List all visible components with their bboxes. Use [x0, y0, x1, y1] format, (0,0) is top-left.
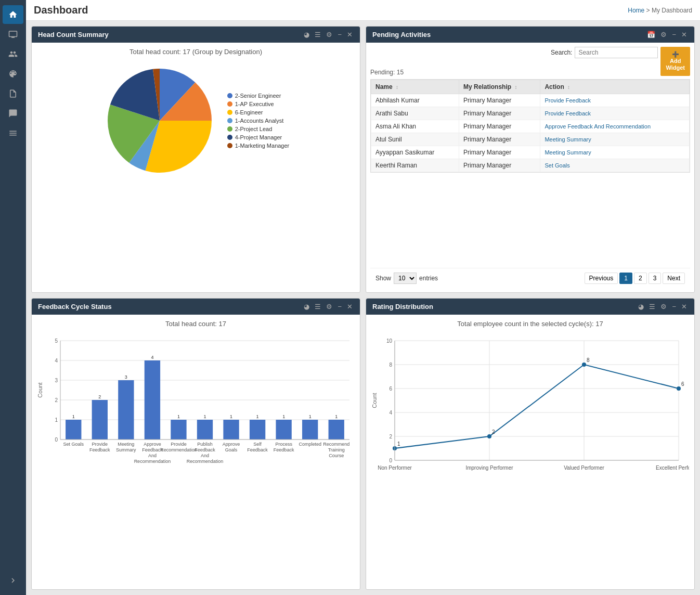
widget-rating-title: Rating Distribution [372, 303, 433, 311]
svg-point-82 [582, 363, 586, 367]
cell-action: Approve Feedback And Recommendation [540, 120, 690, 133]
feedback-table-btn[interactable]: ☰ [314, 303, 322, 311]
search-label: Search: [551, 49, 572, 56]
close-btn[interactable]: ✕ [346, 31, 354, 38]
svg-rect-39 [223, 420, 239, 439]
svg-text:2: 2 [389, 434, 392, 439]
svg-text:6: 6 [681, 381, 684, 387]
breadcrumb-home[interactable]: Home [628, 7, 644, 14]
feedback-chart-btn[interactable]: ◕ [303, 303, 310, 311]
legend-item-1: 1-AP Executive [227, 101, 290, 107]
search-input[interactable] [575, 47, 658, 58]
cell-name: Arathi Sabu [371, 107, 459, 120]
sidebar-item-home[interactable] [3, 5, 23, 24]
name-sort-icon: ↕ [396, 84, 398, 90]
widget-head-count-header: Head Count Summary ◕ ☰ ⚙ − ✕ [32, 27, 360, 43]
rating-table-btn[interactable]: ☰ [648, 303, 656, 311]
sidebar-item-palette[interactable] [3, 64, 23, 83]
action-link[interactable]: Meeting Summary [545, 136, 591, 143]
sidebar-item-monitor[interactable] [3, 25, 23, 44]
topbar: Dashboard Home > My Dashboard [26, 0, 700, 21]
settings-icon-btn[interactable]: ⚙ [325, 31, 333, 38]
next-button[interactable]: Next [663, 273, 685, 284]
rating-close-btn[interactable]: ✕ [680, 303, 688, 311]
svg-text:0: 0 [55, 437, 58, 443]
rating-chart-btn[interactable]: ◕ [637, 303, 645, 311]
svg-text:10: 10 [386, 338, 393, 344]
widget-head-count-controls: ◕ ☰ ⚙ − ✕ [303, 31, 354, 38]
action-link[interactable]: Provide Feedback [545, 97, 591, 104]
legend-item-0: 2-Senior Engineer [227, 93, 290, 99]
page-btn-2[interactable]: 2 [634, 273, 647, 284]
sidebar-item-list[interactable] [3, 124, 23, 143]
main-content: Dashboard Home > My Dashboard Head Count… [26, 0, 700, 595]
pending-calendar-icon-btn[interactable]: 📅 [646, 31, 656, 38]
add-widget-label: Add Widget [666, 58, 685, 71]
legend-item-2: 6-Engineer [227, 109, 290, 115]
widget-feedback-body: Total head count: 17 0123451Set Goals2Pr… [32, 315, 360, 589]
action-link[interactable]: Set Goals [545, 162, 569, 169]
col-name[interactable]: Name ↕ [371, 80, 459, 94]
svg-text:4: 4 [151, 355, 153, 360]
page-btn-3[interactable]: 3 [649, 273, 662, 284]
entries-select[interactable]: 10 25 50 [394, 273, 417, 284]
svg-text:Approve: Approve [144, 442, 161, 447]
svg-text:Feedback: Feedback [89, 447, 110, 452]
pending-minimize-btn[interactable]: − [671, 31, 677, 38]
table-icon-btn[interactable]: ☰ [314, 31, 322, 38]
legend-item-4: 2-Project Lead [227, 126, 290, 132]
pending-search-row: Search: ➕Add Widget [551, 47, 690, 76]
action-link[interactable]: Provide Feedback [545, 110, 591, 117]
widget-feedback-title: Feedback Cycle Status [38, 303, 112, 311]
svg-text:Excellent Performer: Excellent Performer [656, 465, 689, 471]
svg-text:Feedback: Feedback [274, 447, 294, 452]
svg-text:Count: Count [371, 393, 378, 408]
legend-label-0: 2-Senior Engineer [235, 93, 281, 99]
svg-text:Count: Count [37, 383, 43, 398]
svg-text:Approve: Approve [223, 442, 240, 447]
svg-text:2: 2 [492, 429, 495, 435]
svg-text:Recommendation: Recommendation [187, 459, 224, 464]
dashboard-grid: Head Count Summary ◕ ☰ ⚙ − ✕ Total head … [26, 21, 700, 595]
pending-settings-icon-btn[interactable]: ⚙ [659, 31, 668, 38]
svg-rect-15 [92, 400, 108, 439]
add-widget-button[interactable]: ➕Add Widget [660, 47, 690, 76]
sidebar-item-chat[interactable] [3, 104, 23, 123]
pending-table-scroll[interactable]: Name ↕ My Relationship ↕ Action [370, 79, 690, 173]
line-chart-area: 02468101286Non PerformerImproving Perfor… [371, 330, 689, 491]
svg-text:Meeting: Meeting [118, 442, 134, 447]
sidebar-item-expand[interactable] [3, 571, 23, 590]
col-relationship[interactable]: My Relationship ↕ [459, 80, 540, 94]
action-link[interactable]: Meeting Summary [545, 149, 591, 156]
legend-label-4: 2-Project Lead [235, 126, 273, 132]
prev-button[interactable]: Previous [585, 273, 618, 284]
svg-text:Completed: Completed [299, 442, 321, 447]
pending-close-btn[interactable]: ✕ [680, 31, 688, 38]
legend-item-5: 4-Project Manager [227, 134, 290, 140]
action-link[interactable]: Approve Feedback And Recommendation [545, 123, 651, 130]
rating-minimize-btn[interactable]: − [671, 303, 677, 311]
cell-action: Meeting Summary [540, 146, 690, 159]
feedback-close-btn[interactable]: ✕ [346, 303, 354, 311]
svg-text:Self: Self [253, 442, 262, 447]
breadcrumb-current: My Dashboard [652, 7, 692, 14]
sidebar-item-users[interactable] [3, 45, 23, 63]
svg-rect-23 [145, 360, 160, 439]
pie-chart-container: 2-Senior Engineer 1-AP Executive 6-Engin… [37, 58, 355, 183]
page-btn-1[interactable]: 1 [619, 273, 632, 284]
table-row: Arathi Sabu Primary Manager Provide Feed… [371, 107, 690, 120]
cell-relationship: Primary Manager [459, 133, 540, 146]
svg-text:1: 1 [282, 414, 285, 419]
svg-rect-12 [66, 420, 81, 439]
minimize-btn[interactable]: − [336, 31, 343, 38]
feedback-settings-btn[interactable]: ⚙ [325, 303, 333, 311]
svg-text:2: 2 [55, 397, 58, 403]
sidebar-item-file[interactable] [3, 84, 23, 103]
svg-text:Publish: Publish [197, 442, 213, 447]
svg-text:Feedback: Feedback [247, 447, 268, 452]
chart-icon-btn[interactable]: ◕ [303, 31, 310, 38]
rating-subtitle: Total employee count in the selected cyc… [371, 320, 689, 328]
feedback-minimize-btn[interactable]: − [336, 303, 343, 311]
svg-text:2: 2 [98, 394, 101, 399]
rating-settings-btn[interactable]: ⚙ [659, 303, 668, 311]
